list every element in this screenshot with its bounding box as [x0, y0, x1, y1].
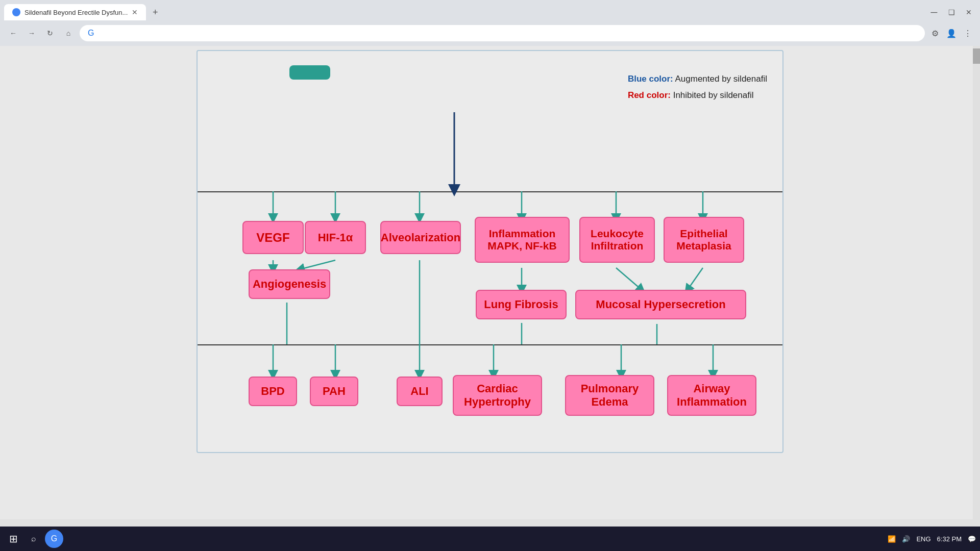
svg-line-11	[688, 268, 703, 290]
search-button[interactable]: ⌕	[24, 530, 43, 548]
active-tab[interactable]: Sildenafil Beyond Erectile Dysfun... ✕	[4, 4, 146, 20]
cardiac-node: CardiacHypertrophy	[453, 375, 542, 416]
ali-node: ALI	[397, 377, 443, 406]
epithelial-node: EpithelialMetaplasia	[664, 217, 744, 263]
start-button[interactable]: ⊞	[4, 530, 22, 548]
url-input[interactable]	[97, 29, 917, 37]
sildenafil-title	[289, 65, 330, 80]
scrollbar-thumb[interactable]	[973, 48, 980, 64]
mucosal-node: Mucosal Hypersecretion	[575, 290, 746, 319]
forward-button[interactable]: →	[24, 26, 39, 40]
airway-inflammation-node: AirwayInflammation	[667, 375, 756, 416]
profile-button[interactable]: 👤	[945, 27, 958, 39]
taskbar-sound-icon: 🔊	[902, 535, 910, 543]
legend-blue-text: Augmented by sildenafil	[675, 74, 767, 84]
airway-inflammation-label: AirwayInflammation	[677, 382, 747, 409]
tab-title: Sildenafil Beyond Erectile Dysfun...	[24, 9, 128, 16]
taskbar-notification[interactable]: 💬	[968, 535, 976, 543]
pulmonary-edema-node: PulmonaryEdema	[565, 375, 654, 416]
reload-button[interactable]: ↻	[43, 26, 57, 40]
inflammation-node: InflammationMAPK, NF-kB	[475, 217, 570, 263]
close-button[interactable]: ✕	[962, 5, 976, 19]
vegf-node: VEGF	[242, 221, 304, 254]
inflammation-label: InflammationMAPK, NF-kB	[487, 228, 556, 252]
bpd-node: BPD	[249, 377, 297, 406]
scrollbar-right[interactable]	[973, 46, 980, 551]
minimize-button[interactable]: ─	[927, 5, 941, 19]
divider-top	[198, 191, 782, 192]
taskbar-time: 6:32 PM	[937, 535, 962, 543]
taskbar-lang: ENG	[916, 535, 930, 543]
epithelial-label: EpithelialMetaplasia	[676, 228, 731, 252]
tab-close-button[interactable]: ✕	[132, 8, 138, 16]
back-button[interactable]: ←	[6, 26, 20, 40]
new-tab-button[interactable]: +	[148, 5, 162, 19]
pah-node: PAH	[310, 377, 358, 406]
maximize-button[interactable]: ❑	[944, 5, 959, 19]
lung-fibrosis-node: Lung Fibrosis	[476, 290, 567, 319]
scrollbar-bottom[interactable]	[0, 519, 980, 527]
svg-line-10	[616, 268, 642, 290]
taskbar: ⊞ ⌕ G 📶 🔊 ENG 6:32 PM 💬	[0, 527, 980, 551]
content-area: Blue color: Augmented by sildenafil Red …	[0, 46, 980, 551]
pulmonary-edema-label: PulmonaryEdema	[581, 382, 639, 409]
menu-button[interactable]: ⋮	[962, 27, 974, 39]
alveolarization-node: Alveolarization	[380, 221, 461, 254]
taskbar-network-icon: 📶	[888, 535, 896, 543]
address-bar: ← → ↻ ⌂ G ⚙ 👤 ⋮	[0, 20, 980, 46]
angiogenesis-node: Angiogenesis	[249, 269, 330, 299]
diagram-container: Blue color: Augmented by sildenafil Red …	[197, 50, 783, 453]
legend-blue-item: Blue color: Augmented by sildenafil	[628, 74, 767, 84]
leukocyte-label: LeukocyteInfiltration	[591, 228, 644, 252]
extensions-button[interactable]: ⚙	[929, 27, 941, 39]
legend-red-item: Red color: Inhibited by sildenafil	[628, 90, 767, 101]
browser-actions: ⚙ 👤 ⋮	[929, 27, 974, 39]
divider-bottom	[198, 344, 782, 345]
legend-red-text: Inhibited by sildenafil	[673, 90, 754, 100]
url-bar[interactable]: G	[80, 25, 925, 41]
legend-red-label: Red color:	[628, 90, 671, 100]
leukocyte-node: LeukocyteInfiltration	[579, 217, 655, 263]
tab-bar: Sildenafil Beyond Erectile Dysfun... ✕ +…	[0, 0, 980, 20]
tab-favicon	[12, 8, 20, 16]
taskbar-right: 📶 🔊 ENG 6:32 PM 💬	[888, 535, 976, 543]
hif1a-node: HIF-1α	[305, 221, 366, 254]
taskbar-chrome[interactable]: G	[45, 530, 63, 548]
home-button[interactable]: ⌂	[61, 26, 76, 40]
legend: Blue color: Augmented by sildenafil Red …	[628, 74, 767, 107]
svg-line-8	[300, 260, 335, 269]
legend-blue-label: Blue color:	[628, 74, 673, 84]
cardiac-label: CardiacHypertrophy	[464, 382, 531, 409]
browser-chrome: Sildenafil Beyond Erectile Dysfun... ✕ +…	[0, 0, 980, 46]
